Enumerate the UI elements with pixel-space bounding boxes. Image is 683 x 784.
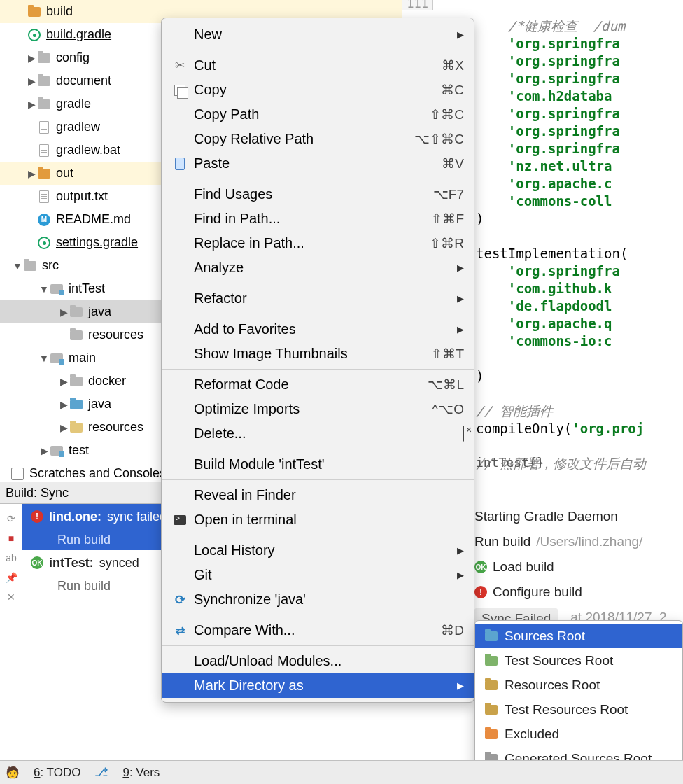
sync-row: Starting Gradle Daemon	[474, 504, 683, 529]
scratch-icon	[11, 468, 24, 480]
gradle-icon	[28, 29, 41, 41]
code-line: 'commons-coll	[476, 193, 612, 209]
ctx-compare-with[interactable]: Compare With...⌘D	[162, 618, 474, 643]
shortcut: ⇧⌘T	[431, 346, 464, 362]
ctx-build-module[interactable]: Build Module 'intTest'	[162, 452, 474, 477]
submenu-test-sources-root[interactable]: Test Sources Root	[475, 648, 682, 673]
ctx-reformat[interactable]: Reformat Code⌥⌘L	[162, 372, 474, 397]
chevron-down-icon[interactable]: ▼	[39, 284, 49, 295]
submenu-excluded[interactable]: Excluded	[475, 722, 682, 746]
tree-label: resources	[88, 420, 143, 435]
chevron-right-icon[interactable]: ▶	[27, 99, 36, 110]
ctx-open-terminal[interactable]: Open in terminal	[162, 507, 474, 532]
todo-icon: 🧑	[6, 766, 20, 779]
error-badge-icon: !	[474, 586, 487, 598]
ctx-find-in-path[interactable]: Find in Path...⇧⌘F	[162, 206, 474, 231]
ctx-optimize-imports[interactable]: Optimize Imports^⌥O	[162, 397, 474, 421]
submenu-test-resources-root[interactable]: Test Resources Root	[475, 697, 682, 722]
context-menu[interactable]: New▶ Cut⌘X Copy⌘C Copy Path⇧⌘C Copy Rela…	[161, 18, 474, 703]
separator	[162, 314, 474, 314]
chevron-right-icon[interactable]: ▶	[59, 376, 69, 387]
sync-row: !Configure build	[474, 580, 683, 605]
ctx-label: Cut	[194, 57, 442, 74]
submenu-label: Resources Root	[505, 678, 600, 693]
vcs-tool-button[interactable]: 9: Vers	[122, 766, 160, 780]
separator	[162, 50, 474, 50]
chevron-down-icon[interactable]: ▼	[13, 260, 22, 272]
mnemonic: 6	[34, 766, 40, 779]
ctx-label: Synchronize 'java'	[194, 592, 464, 608]
ctx-reveal-finder[interactable]: Reveal in Finder	[162, 483, 474, 507]
ctx-label: Find Usages	[194, 186, 433, 202]
chevron-right-icon[interactable]: ▶	[39, 445, 49, 456]
ctx-analyze[interactable]: Analyze▶	[162, 255, 474, 280]
todo-tool-button[interactable]: 6: TODO	[34, 766, 80, 780]
editor-gutter: 111	[402, 0, 433, 10]
submenu-sources-root[interactable]: Sources Root	[475, 624, 682, 648]
chevron-down-icon[interactable]: ▼	[39, 353, 49, 364]
stop-icon[interactable]: ■	[3, 531, 19, 546]
code-line: /*健康检查 /dum	[476, 18, 625, 34]
ctx-replace-in-path[interactable]: Replace in Path...⇧⌘R	[162, 231, 474, 255]
chevron-right-icon: ▶	[457, 293, 464, 304]
tree-label: output.txt	[56, 189, 108, 204]
sync-text: Load build	[493, 559, 554, 575]
delete-icon	[463, 426, 464, 442]
sync-path: /Users/lind.zhang/	[536, 534, 642, 550]
ctx-new[interactable]: New▶	[162, 22, 474, 47]
ctx-copy[interactable]: Copy⌘C	[162, 78, 474, 102]
pin-icon[interactable]: 📌	[3, 570, 19, 585]
ctx-load-unload[interactable]: Load/Unload Modules...	[162, 649, 474, 673]
ctx-git[interactable]: Git▶	[162, 563, 474, 587]
chevron-right-icon[interactable]: ▶	[59, 422, 69, 433]
ctx-synchronize[interactable]: Synchronize 'java'	[162, 587, 474, 612]
chevron-right-icon[interactable]: ▶	[59, 307, 69, 318]
filter-icon[interactable]: ab	[3, 550, 19, 566]
ctx-mark-directory-as[interactable]: Mark Directory as▶	[162, 673, 474, 698]
shortcut: ⌘C	[441, 82, 464, 98]
close-icon[interactable]: ✕	[3, 589, 19, 605]
ctx-label: Delete...	[194, 426, 463, 442]
mark-directory-submenu[interactable]: Sources Root Test Sources Root Resources…	[474, 620, 683, 774]
chevron-right-icon[interactable]: ▶	[27, 52, 36, 64]
code-line: 'org.springfra	[476, 71, 620, 86]
chevron-right-icon[interactable]: ▶	[27, 168, 36, 179]
separator	[162, 283, 474, 284]
ctx-copy-relative-path[interactable]: Copy Relative Path⌥⇧⌘C	[162, 127, 474, 151]
ctx-copy-path[interactable]: Copy Path⇧⌘C	[162, 102, 474, 127]
folder-icon	[28, 7, 41, 17]
ctx-delete[interactable]: Delete...	[162, 421, 474, 446]
ctx-paste[interactable]: Paste⌘V	[162, 151, 474, 176]
ctx-label: Analyze	[194, 260, 451, 276]
file-icon	[39, 144, 49, 157]
chevron-right-icon[interactable]: ▶	[59, 399, 69, 410]
sync-text: Starting Gradle Daemon	[474, 509, 618, 524]
folder-icon	[38, 53, 50, 63]
ctx-show-thumbnails[interactable]: Show Image Thumbnails⇧⌘T	[162, 342, 474, 366]
separator	[162, 615, 474, 615]
ctx-label: Copy Relative Path	[194, 131, 414, 147]
tree-label: README.md	[56, 212, 131, 227]
code-line: testImplementation(	[476, 246, 628, 261]
ctx-label: Paste	[194, 155, 442, 172]
submenu-resources-root[interactable]: Resources Root	[475, 673, 682, 697]
separator	[162, 178, 474, 179]
ctx-add-favorites[interactable]: Add to Favorites▶	[162, 317, 474, 342]
refresh-icon[interactable]: ⟳	[3, 511, 19, 526]
separator	[162, 645, 474, 646]
tree-label: main	[69, 351, 96, 365]
breadcrumb-scope[interactable]: intTest{}	[476, 455, 544, 470]
build-entry-sub: Run build	[31, 533, 111, 547]
code-line: 'org.springfra	[476, 263, 620, 279]
chevron-right-icon[interactable]: ▶	[27, 76, 36, 87]
code-line: )	[476, 211, 484, 226]
ctx-cut[interactable]: Cut⌘X	[162, 53, 474, 78]
code-line: compileOnly('org.proj	[476, 421, 644, 436]
ctx-refactor[interactable]: Refactor▶	[162, 286, 474, 311]
file-icon	[39, 121, 49, 134]
ctx-local-history[interactable]: Local History▶	[162, 538, 474, 563]
ctx-find-usages[interactable]: Find Usages⌥F7	[162, 182, 474, 206]
folder-icon	[24, 261, 36, 271]
code-editor[interactable]: /*健康检查 /dum 'org.springfra 'org.springfr…	[476, 0, 683, 472]
ctx-label: Reveal in Finder	[194, 487, 464, 503]
